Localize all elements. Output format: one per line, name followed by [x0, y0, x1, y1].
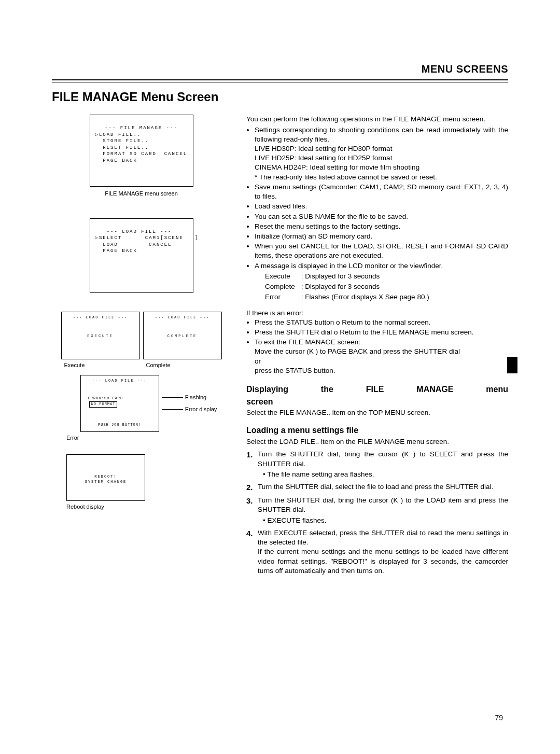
bullet-format: Initialize (format) an SD memory card.: [255, 232, 508, 241]
bullet-exit: To exit the FILE MANAGE screen: Move the…: [255, 338, 508, 375]
step-1: 1. Turn the SHUTTER dial, bring the curs…: [246, 450, 508, 479]
bullet-reset: Reset the menu settings to the factory s…: [255, 222, 508, 231]
section-header: MENU SCREENS: [52, 62, 508, 76]
page-title: FILE MANAGE Menu Screen: [52, 89, 508, 105]
load-heading: Loading a menu settings file: [246, 425, 508, 436]
page-number: 79: [495, 713, 503, 723]
bullet-message: A message is displayed in the LCD monito…: [255, 261, 508, 303]
err-bullet-shutter: Press the SHUTTER dial o Return to the F…: [255, 328, 508, 337]
step-2: 2. Turn the SHUTTER dial, select the fil…: [246, 482, 508, 493]
step-4: 4. With EXECUTE selected, press the SHUT…: [246, 528, 508, 576]
error-caption: Error: [66, 434, 231, 442]
thumb-tab: [507, 357, 517, 373]
rule-thick: [52, 79, 508, 80]
step-3: 3. Turn the SHUTTER dial, bring the curs…: [246, 496, 508, 525]
right-column: You can perform the following operations…: [246, 115, 508, 576]
execute-screen: --- LOAD FILE --- EXECUTE: [61, 312, 140, 359]
bullet-save: Save menu settings (Camcorder: CAM1, CAM…: [255, 183, 508, 201]
bullet-cancel: When you set CANCEL for the LOAD, STORE,…: [255, 242, 508, 260]
reboot-screen: REBOOT! SYSTEM CHANGE: [66, 454, 145, 501]
load-body: Select the LOAD FILE.. item on the FILE …: [246, 437, 508, 446]
err-bullet-status: Press the STATUS button o Return to the …: [255, 318, 508, 327]
file-manage-screen: --- FILE MANAGE ---▷LOAD FILE.. STORE FI…: [90, 115, 193, 187]
display-body: Select the FILE MANAGE.. item on the TOP…: [246, 408, 508, 417]
reboot-caption: Reboot display: [66, 503, 231, 511]
bullet-readonly: Settings corresponding to shooting condi…: [255, 125, 508, 182]
intro-text: You can perform the following operations…: [246, 115, 508, 124]
file-manage-caption: FILE MANAGE menu screen: [52, 190, 231, 198]
display-heading: DisplayingtheFILEMANAGEmenu: [246, 384, 508, 395]
complete-screen: --- LOAD FILE --- COMPLETE: [143, 312, 222, 359]
error-screen: --- LOAD FILE --- ERROR:SD CARD NO FORMA…: [80, 375, 159, 432]
load-file-screen: --- LOAD FILE ---▷SELECT CAM1[SCENE ] LO…: [90, 218, 193, 293]
execute-caption: Execute: [61, 361, 140, 369]
bullet-load: Load saved files.: [255, 202, 508, 211]
error-callouts: Flashing Error display: [162, 375, 217, 413]
left-column: --- FILE MANAGE ---▷LOAD FILE.. STORE FI…: [52, 115, 231, 576]
bullet-subname: You can set a SUB NAME for the file to b…: [255, 212, 508, 221]
rule-thin: [52, 82, 508, 82]
error-heading: If there is an error:: [246, 309, 508, 318]
complete-caption: Complete: [143, 361, 222, 369]
